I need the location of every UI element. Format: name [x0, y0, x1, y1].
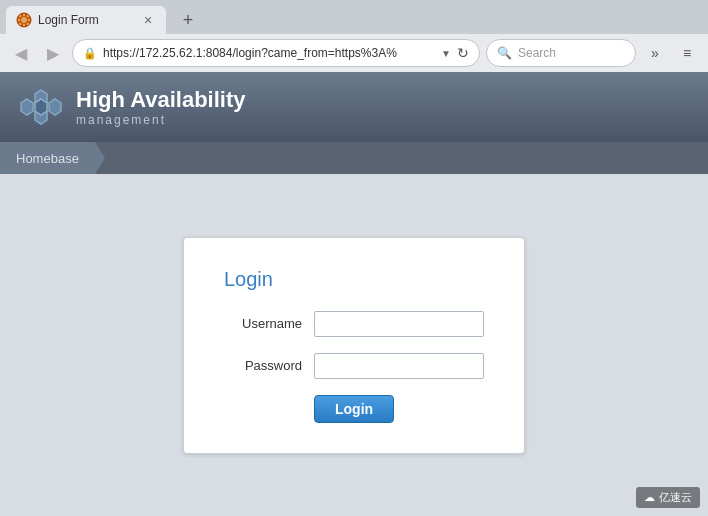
active-tab[interactable]: Login Form ×: [6, 6, 166, 34]
svg-point-9: [27, 23, 29, 25]
app-subtitle: management: [76, 113, 246, 127]
svg-marker-13: [21, 99, 33, 115]
svg-marker-14: [49, 99, 61, 115]
svg-point-2: [23, 14, 25, 16]
overflow-button[interactable]: »: [642, 40, 668, 66]
breadcrumb-homebase[interactable]: Homebase: [0, 142, 95, 174]
lock-icon: 🔒: [83, 47, 97, 60]
address-bar[interactable]: 🔒 https://172.25.62.1:8084/login?came_fr…: [72, 39, 480, 67]
username-row: Username: [224, 311, 484, 337]
password-label: Password: [224, 358, 314, 373]
tab-title: Login Form: [38, 13, 99, 27]
svg-marker-15: [35, 99, 47, 115]
browser-chrome: Login Form × + ◀ ▶ 🔒 https://172.25.62.1…: [0, 0, 708, 72]
login-card: Login Username Password Login: [183, 237, 525, 454]
app-title-block: High Availability management: [76, 87, 246, 127]
breadcrumb-bar: Homebase: [0, 142, 708, 174]
nav-bar: ◀ ▶ 🔒 https://172.25.62.1:8084/login?cam…: [0, 34, 708, 72]
login-title: Login: [224, 268, 484, 291]
username-label: Username: [224, 316, 314, 331]
tab-close-button[interactable]: ×: [140, 12, 156, 28]
password-row: Password: [224, 353, 484, 379]
watermark: ☁ 亿速云: [636, 487, 700, 508]
main-content: Login Username Password Login: [0, 174, 708, 516]
address-dropdown-icon[interactable]: ▼: [441, 48, 451, 59]
watermark-icon: ☁: [644, 491, 655, 504]
svg-point-5: [28, 19, 30, 21]
svg-point-3: [23, 24, 25, 26]
svg-point-1: [21, 17, 27, 23]
svg-point-7: [27, 15, 29, 17]
app-header: High Availability management: [0, 72, 708, 142]
search-placeholder: Search: [518, 46, 556, 60]
tab-favicon: [16, 12, 32, 28]
app-logo: [20, 86, 62, 128]
watermark-text: 亿速云: [659, 490, 692, 505]
svg-point-8: [19, 23, 21, 25]
svg-point-6: [19, 15, 21, 17]
tab-bar: Login Form × +: [0, 0, 708, 34]
password-input[interactable]: [314, 353, 484, 379]
address-text: https://172.25.62.1:8084/login?came_from…: [103, 46, 435, 60]
search-bar[interactable]: 🔍 Search: [486, 39, 636, 67]
forward-button[interactable]: ▶: [40, 40, 66, 66]
search-icon: 🔍: [497, 46, 512, 60]
back-button[interactable]: ◀: [8, 40, 34, 66]
login-button-row: Login: [224, 395, 484, 423]
reload-button[interactable]: ↻: [457, 45, 469, 61]
app-title: High Availability: [76, 87, 246, 113]
svg-point-4: [18, 19, 20, 21]
new-tab-button[interactable]: +: [174, 6, 202, 34]
login-button[interactable]: Login: [314, 395, 394, 423]
menu-button[interactable]: ≡: [674, 40, 700, 66]
username-input[interactable]: [314, 311, 484, 337]
